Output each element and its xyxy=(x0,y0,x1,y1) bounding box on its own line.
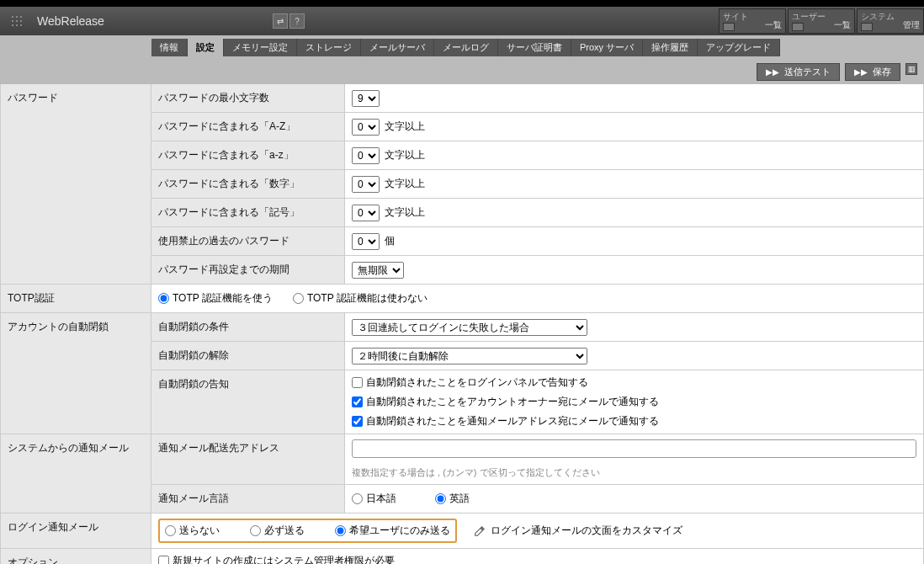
row-min-chars-label: パスワードの最小文字数 xyxy=(151,84,345,113)
totp-nouse-radio[interactable]: TOTP 認証機能は使わない xyxy=(293,291,427,306)
lock-notice-cb1[interactable]: 自動閉鎖されたことをログインパネルで告知する xyxy=(352,375,588,390)
loginmail-row: 送らない 必ず送る 希望ユーザにのみ送る ログイン通知メールの文面をカスタマイズ xyxy=(151,513,924,549)
section-options: オプション xyxy=(0,549,151,564)
header-bar: WebRelease ⇄ ? サイト 一覧 ユーザー 一覧 システム 管理 xyxy=(0,7,924,35)
row-lock-rel-label: 自動閉鎖の解除 xyxy=(151,342,345,370)
row-history-value: 0 個 xyxy=(345,227,924,256)
tab-8[interactable]: 操作履歴 xyxy=(643,39,698,56)
tab-6[interactable]: サーバ証明書 xyxy=(498,39,571,56)
pencil-icon xyxy=(474,525,486,537)
tab-7[interactable]: Proxy サーバ xyxy=(571,39,643,56)
tab-1[interactable]: 設定 xyxy=(188,39,224,56)
row-lock-not-label: 自動閉鎖の告知 xyxy=(151,370,345,434)
lock-condition-select[interactable]: ３回連続してログインに失敗した場合 xyxy=(352,319,587,336)
mail-address-input[interactable] xyxy=(352,439,916,458)
save-button[interactable]: ▶▶保存 xyxy=(845,63,900,81)
tab-4[interactable]: メールサーバ xyxy=(361,39,434,56)
option-cb1[interactable]: 新規サイトの作成にはシステム管理者権限が必要 xyxy=(158,554,395,564)
row-digit-label: パスワードに含まれる「数字」 xyxy=(151,170,345,199)
upper-select[interactable]: 0 xyxy=(352,119,380,136)
row-lower-label: パスワードに含まれる「a-z」 xyxy=(151,141,345,170)
section-lockout: アカウントの自動閉鎖 xyxy=(0,313,151,434)
row-symbol-label: パスワードに含まれる「記号」 xyxy=(151,199,345,227)
help-button[interactable]: ? xyxy=(289,13,305,29)
tab-0[interactable]: 情報 xyxy=(151,39,188,56)
sysbox-user[interactable]: ユーザー 一覧 xyxy=(788,8,855,34)
loginmail-always-radio[interactable]: 必ず送る xyxy=(250,524,305,538)
app-title: WebRelease xyxy=(34,14,104,28)
mail-lang-jp-radio[interactable]: 日本語 xyxy=(352,492,396,506)
loginmail-none-radio[interactable]: 送らない xyxy=(165,524,220,538)
row-symbol-value: 0 文字以上 xyxy=(345,199,924,227)
row-mail-lang-label: 通知メール言語 xyxy=(151,485,345,513)
section-totp: TOTP認証 xyxy=(0,285,151,313)
options-row: 新規サイトの作成にはシステム管理者権限が必要 システム管理ユーザ以外のユーザ登録… xyxy=(151,549,924,564)
expiry-select[interactable]: 無期限 xyxy=(352,262,404,279)
tab-row: 情報設定メモリー設定ストレージメールサーバメールログサーバ証明書Proxy サー… xyxy=(0,35,924,84)
row-upper-value: 0 文字以上 xyxy=(345,113,924,141)
tab-5[interactable]: メールログ xyxy=(434,39,498,56)
row-expiry-value: 無期限 xyxy=(345,256,924,285)
lock-release-select[interactable]: ２時間後に自動解除 xyxy=(352,348,587,364)
row-lock-cond-value: ３回連続してログインに失敗した場合 xyxy=(345,313,924,342)
tab-9[interactable]: アップグレード xyxy=(698,39,780,56)
row-digit-value: 0 文字以上 xyxy=(345,170,924,199)
tool-button-1[interactable]: ⇄ xyxy=(273,13,288,29)
mail-address-hint: 複数指定する場合は , (カンマ) で区切って指定してください xyxy=(352,466,600,479)
lock-notice-cb2[interactable]: 自動閉鎖されたことをアカウントオーナー宛にメールで通知する xyxy=(352,395,659,409)
row-lower-value: 0 文字以上 xyxy=(345,141,924,170)
app-logo xyxy=(0,7,34,35)
extra-action-icon[interactable]: ▥ xyxy=(905,63,917,75)
loginmail-wish-radio[interactable]: 希望ユーザにのみ送る xyxy=(335,524,450,538)
row-lock-not-value: 自動閉鎖されたことをログインパネルで告知する 自動閉鎖されたことをアカウントオー… xyxy=(345,370,924,434)
row-mail-addr-label: 通知メール配送先アドレス xyxy=(151,434,345,485)
row-mail-lang-value: 日本語 英語 xyxy=(345,485,924,513)
tab-2[interactable]: メモリー設定 xyxy=(224,39,297,56)
lock-notice-cb3[interactable]: 自動閉鎖されたことを通知メールアドレス宛にメールで通知する xyxy=(352,414,659,428)
row-upper-label: パスワードに含まれる「A-Z」 xyxy=(151,113,345,141)
row-expiry-label: パスワード再設定までの期間 xyxy=(151,256,345,285)
sysbox-system[interactable]: システム 管理 xyxy=(857,8,924,34)
totp-use-radio[interactable]: TOTP 認証機能を使う xyxy=(158,291,273,306)
send-test-button[interactable]: ▶▶送信テスト xyxy=(757,63,840,81)
symbol-select[interactable]: 0 xyxy=(352,205,380,221)
row-lock-cond-label: 自動閉鎖の条件 xyxy=(151,313,345,342)
row-min-chars-value: 9 xyxy=(345,84,924,113)
row-history-label: 使用禁止の過去のパスワード xyxy=(151,227,345,256)
section-loginmail: ログイン通知メール xyxy=(0,513,151,549)
tab-3[interactable]: ストレージ xyxy=(297,39,361,56)
section-password: パスワード xyxy=(0,84,151,285)
sysbox-site[interactable]: サイト 一覧 xyxy=(719,8,786,34)
section-sysmail: システムからの通知メール xyxy=(0,434,151,513)
min-chars-select[interactable]: 9 xyxy=(352,90,380,107)
totp-options: TOTP 認証機能を使う TOTP 認証機能は使わない xyxy=(151,285,924,313)
row-lock-rel-value: ２時間後に自動解除 xyxy=(345,342,924,370)
loginmail-customize-link[interactable]: ログイン通知メールの文面をカスタマイズ xyxy=(474,524,682,538)
row-mail-addr-value: 複数指定する場合は , (カンマ) で区切って指定してください xyxy=(345,434,924,485)
mail-lang-en-radio[interactable]: 英語 xyxy=(435,492,470,506)
lower-select[interactable]: 0 xyxy=(352,147,380,164)
history-select[interactable]: 0 xyxy=(352,233,380,250)
digit-select[interactable]: 0 xyxy=(352,176,380,193)
